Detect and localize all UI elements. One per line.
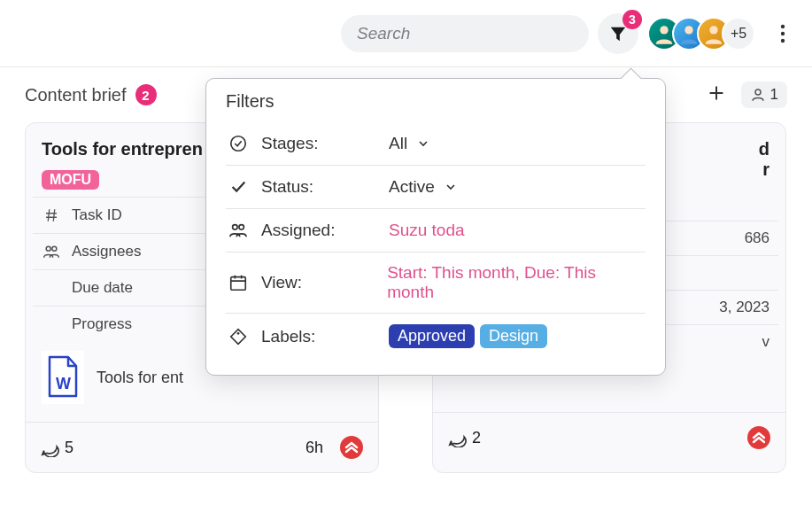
search-input[interactable] (341, 15, 589, 52)
check-icon (228, 176, 249, 198)
svg-point-6 (755, 89, 761, 95)
users-icon (228, 220, 249, 241)
comment-count: 2 (472, 429, 481, 447)
filter-value: Active (389, 177, 458, 197)
blank-icon (42, 315, 61, 334)
check-circle-icon (228, 133, 249, 154)
filter-badge: 3 (623, 10, 642, 29)
popover-title: Filters (226, 91, 646, 112)
svg-point-2 (709, 26, 717, 34)
field-value: 3, 2023 (719, 299, 769, 316)
word-doc-icon[interactable]: W (42, 351, 84, 404)
label-chip-approved[interactable]: Approved (389, 324, 475, 348)
kebab-menu[interactable] (769, 15, 796, 52)
svg-point-16 (237, 331, 240, 334)
svg-point-14 (239, 225, 244, 230)
attachment-label: Tools for ent (97, 369, 183, 387)
chevron-down-icon (444, 180, 458, 194)
avatar-more[interactable]: +5 (722, 17, 755, 50)
svg-point-13 (233, 225, 238, 230)
comment-count: 5 (65, 439, 73, 457)
member-count-value: 1 (770, 86, 778, 104)
priority-icon (339, 435, 364, 460)
hash-icon (42, 206, 61, 225)
filter-value: All (389, 134, 430, 153)
svg-point-1 (684, 26, 692, 34)
filter-row-view[interactable]: View: Start: This month, Due: This month (226, 252, 646, 314)
filter-value: Suzu toda (389, 221, 465, 240)
priority-icon (746, 425, 771, 450)
user-icon (750, 87, 766, 103)
svg-point-0 (660, 26, 668, 34)
field-label: Progress (72, 315, 132, 333)
svg-point-7 (46, 246, 50, 251)
chevron-down-icon (416, 136, 430, 151)
task-card-footer: 5 6h (26, 422, 378, 472)
more-vertical-icon (780, 23, 785, 44)
section-count-badge: 2 (135, 84, 157, 105)
filter-row-assigned[interactable]: Assigned: Suzu toda (226, 209, 646, 252)
filter-label: Status: (261, 177, 376, 197)
svg-point-12 (231, 136, 246, 152)
field-value: v (762, 333, 770, 351)
calendar-icon (228, 272, 249, 293)
section-title: Content brief (25, 85, 127, 105)
filter-row-labels[interactable]: Labels: Approved Design (226, 314, 646, 359)
svg-point-8 (52, 246, 57, 251)
svg-rect-15 (231, 277, 246, 291)
filter-row-status[interactable]: Status: Active (226, 166, 646, 209)
svg-text:W: W (56, 375, 71, 392)
field-label: Task ID (72, 206, 122, 224)
filter-label: View: (261, 273, 375, 292)
svg-point-5 (781, 38, 785, 42)
add-button[interactable] (708, 84, 725, 105)
filter-label: Labels: (261, 327, 376, 346)
filter-button[interactable]: 3 (598, 13, 638, 54)
top-bar: 3 +5 (0, 0, 812, 67)
member-count-chip[interactable]: 1 (741, 82, 787, 108)
comment-icon (447, 428, 467, 447)
avatar-stack: +5 (647, 17, 755, 50)
comment-icon (40, 438, 59, 457)
field-value: 686 (745, 229, 769, 247)
filter-label: Assigned: (261, 221, 376, 240)
filter-value: Approved Design (389, 324, 547, 348)
filters-popover: Filters Stages: All Status: Active Assig… (205, 78, 666, 376)
blank-icon (42, 278, 61, 298)
users-icon (42, 242, 61, 261)
time-value: 6h (305, 439, 323, 457)
filter-row-stages[interactable]: Stages: All (226, 122, 646, 166)
field-value (765, 264, 769, 282)
svg-point-4 (781, 31, 785, 35)
label-chip-design[interactable]: Design (480, 324, 547, 348)
task-card-footer: 2 (433, 412, 785, 462)
field-label: Due date (72, 279, 133, 297)
tag-icon (228, 326, 249, 347)
plus-icon (708, 84, 725, 102)
task-tag: MOFU (42, 170, 99, 190)
field-label: Assignees (72, 243, 141, 260)
svg-point-3 (781, 24, 785, 27)
filter-value: Start: This month, Due: This month (387, 263, 644, 302)
filter-label: Stages: (261, 134, 376, 153)
